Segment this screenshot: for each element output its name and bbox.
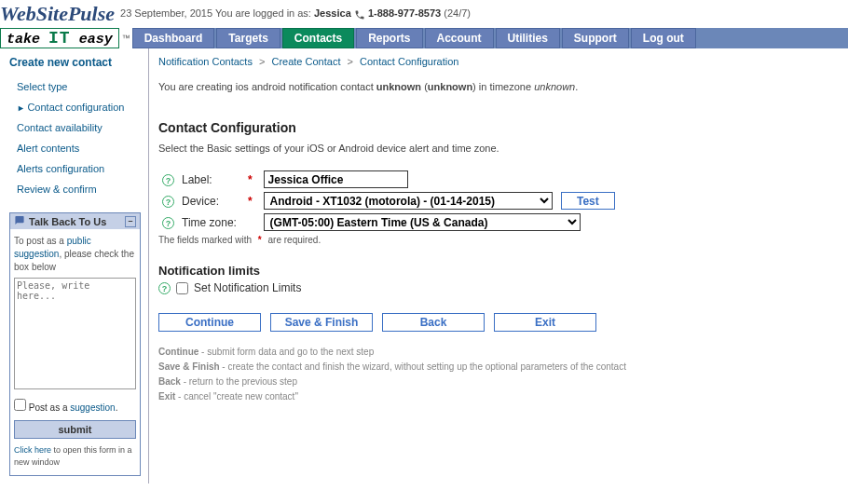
exit-button[interactable]: Exit [494,313,596,332]
help-icon[interactable]: ? [162,196,174,208]
step-availability[interactable]: Contact availability [9,117,141,138]
logo: WebSitePulse [0,2,115,26]
button-explanations: Continue - submit form data and go to th… [158,345,833,404]
help-icon[interactable]: ? [158,282,171,294]
talkback-submit-button[interactable]: submit [14,420,136,439]
crumb-create[interactable]: Create Contact [271,56,340,67]
trademark: ™ [122,34,130,43]
section-title: Contact Configuration [158,120,833,135]
notification-limits-checkbox[interactable] [176,282,188,294]
suggestion-link[interactable]: suggestion [70,402,115,413]
main-nav: Dashboard Targets Contacts Reports Accou… [132,28,848,48]
minimize-icon[interactable]: – [125,216,136,227]
intro-text: You are creating ios android notificatio… [158,80,833,94]
section-desc: Select the Basic settings of your iOS or… [158,143,833,154]
talkback-widget: Talk Back To Us – To post as a public su… [9,212,141,476]
breadcrumb: Notification Contacts > Create Contact >… [158,56,833,67]
step-alert-contents[interactable]: Alert contents [9,138,141,158]
phone-icon [354,7,365,19]
step-review[interactable]: Review & confirm [9,179,141,199]
device-select[interactable]: Android - XT1032 (motorola) - (01-14-201… [264,192,553,210]
nav-utilities[interactable]: Utilities [496,28,560,48]
chat-icon [14,215,29,227]
talkback-title: Talk Back To Us [29,216,106,227]
device-label: Device: [178,190,240,211]
test-button[interactable]: Test [561,192,615,210]
tagline: take IT easy [0,28,119,48]
step-contact-config[interactable]: Contact configuration [9,97,141,117]
nav-contacts[interactable]: Contacts [282,28,354,48]
notification-limits-label: Set Notification Limits [194,281,301,294]
open-new-window-link[interactable]: Click here [14,445,51,455]
save-finish-button[interactable]: Save & Finish [270,313,373,332]
timezone-select[interactable]: (GMT-05:00) Eastern Time (US & Canada) [264,213,581,231]
nav-support[interactable]: Support [562,28,629,48]
nav-targets[interactable]: Targets [216,28,280,48]
label-label: Label: [178,169,240,190]
suggestion-checkbox[interactable] [14,399,26,411]
label-input[interactable] [264,170,408,188]
back-button[interactable]: Back [382,313,485,332]
continue-button[interactable]: Continue [158,313,261,332]
step-alerts-config[interactable]: Alerts configuration [9,158,141,179]
crumb-contacts[interactable]: Notification Contacts [158,56,253,67]
nav-logout[interactable]: Log out [631,28,696,48]
header-note: 23 September, 2015 You are logged in as:… [120,7,471,20]
sidebar-heading[interactable]: Create new contact [9,56,141,69]
notification-limits-title: Notification limits [158,264,833,278]
step-select-type[interactable]: Select type [9,76,141,97]
talkback-footnote: Click here to open this form in a new wi… [14,444,136,468]
talkback-textarea[interactable] [14,278,136,389]
talkback-intro: To post as a public suggestion, please c… [14,235,136,274]
nav-dashboard[interactable]: Dashboard [132,28,215,48]
crumb-config[interactable]: Contact Configuration [360,56,458,67]
help-icon[interactable]: ? [162,174,174,186]
timezone-label: Time zone: [178,211,240,233]
help-icon[interactable]: ? [162,217,174,229]
nav-reports[interactable]: Reports [356,28,422,48]
nav-account[interactable]: Account [425,28,494,48]
required-note: The fields marked with * are required. [158,235,833,245]
